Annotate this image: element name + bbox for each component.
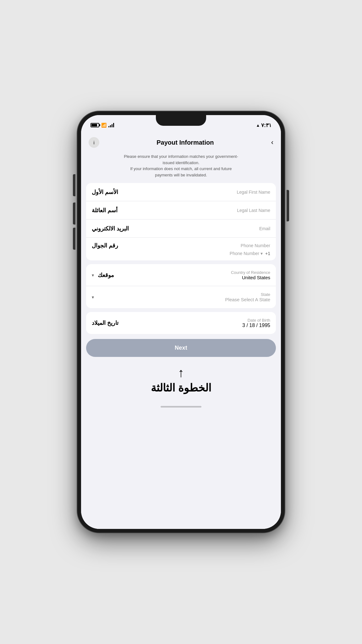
state-chevron: ▾ xyxy=(92,295,94,300)
status-time: ٧:٣١ xyxy=(261,122,272,129)
signal-bars xyxy=(108,123,114,127)
dob-right: Date of Birth 3 / 18 / 1995 xyxy=(242,318,270,328)
phone-row[interactable]: رقم الجوال Phone Number Phone Number ▾ +… xyxy=(86,238,276,260)
email-label-en: Email xyxy=(259,226,270,231)
back-button[interactable]: ‹ xyxy=(271,138,273,147)
dob-card: تاريخ الميلاد Date of Birth 3 / 18 / 199… xyxy=(86,312,276,334)
battery-icon xyxy=(90,123,99,127)
country-chevron: ▾ xyxy=(92,273,94,278)
home-indicator xyxy=(81,400,281,413)
wifi-icon: 📶 xyxy=(101,123,107,128)
notch xyxy=(156,115,206,126)
country-row[interactable]: ▾ موقعك Country of Residence United Stat… xyxy=(86,264,276,286)
state-right: State Please Select A State xyxy=(98,292,270,302)
dob-label-en: Date of Birth xyxy=(248,318,270,323)
status-left: 📶 xyxy=(90,123,114,128)
status-right: ▲ ٧:٣١ xyxy=(256,122,272,129)
nav-bar: i Payout Information ‹ xyxy=(81,132,281,151)
email-label-ar: البريد الالكتروني xyxy=(92,225,129,232)
email-row[interactable]: البريد الالكتروني Email xyxy=(86,219,276,238)
app-content: i Payout Information ‹ Please ensure tha… xyxy=(81,132,281,529)
chevron-down-icon-state: ▾ xyxy=(92,295,94,300)
first-name-label-ar: الأسم الأول xyxy=(92,189,118,196)
phone-screen: 📶 ▲ ٧:٣١ i Payout Information ‹ Please e… xyxy=(81,115,281,529)
last-name-row[interactable]: أسم العائلة Legal Last Name xyxy=(86,201,276,219)
country-value: United States xyxy=(242,275,270,280)
state-row[interactable]: ▾ State Please Select A State xyxy=(86,286,276,308)
dob-row[interactable]: تاريخ الميلاد Date of Birth 3 / 18 / 199… xyxy=(86,312,276,334)
location-card: ▾ موقعك Country of Residence United Stat… xyxy=(86,264,276,308)
home-bar xyxy=(161,406,201,408)
arrow-up-icon: ↑ xyxy=(178,366,184,379)
location-icon: ▲ xyxy=(256,123,260,128)
chevron-down-icon: ▾ xyxy=(92,273,94,278)
phone-top: رقم الجوال Phone Number xyxy=(92,242,270,249)
country-label-ar: موقعك xyxy=(98,272,114,279)
info-line4: payments will be invalidated. xyxy=(89,172,273,178)
state-placeholder: Please Select A State xyxy=(225,297,270,302)
dob-label-ar: تاريخ الميلاد xyxy=(92,319,118,326)
phone-dropdown-icon: ▾ xyxy=(261,251,263,256)
personal-info-card: الأسم الأول Legal First Name أسم العائلة… xyxy=(86,183,276,260)
last-name-label-ar: أسم العائلة xyxy=(92,207,118,214)
phone-label-en-top: Phone Number xyxy=(241,243,270,248)
info-line3: If your information does not match, all … xyxy=(89,166,273,172)
country-label-en: Country of Residence xyxy=(231,270,270,275)
phone-placeholder: Phone Number xyxy=(230,251,259,256)
phone-code: +1 xyxy=(265,251,270,256)
step-text-ar: الخطوة الثالثة xyxy=(151,381,211,394)
last-name-label-en: Legal Last Name xyxy=(237,208,270,213)
page-title: Payout Information xyxy=(156,139,214,146)
phone-device: 📶 ▲ ٧:٣١ i Payout Information ‹ Please e… xyxy=(77,111,285,533)
info-text: Please ensure that your information matc… xyxy=(81,151,281,183)
first-name-label-en: Legal First Name xyxy=(237,190,270,195)
phone-bottom: Phone Number ▾ +1 xyxy=(92,251,270,256)
phone-label-ar: رقم الجوال xyxy=(92,242,118,249)
first-name-row[interactable]: الأسم الأول Legal First Name xyxy=(86,183,276,201)
phone-selector[interactable]: Phone Number ▾ xyxy=(230,251,263,256)
info-line2: issued identification. xyxy=(89,160,273,166)
next-button[interactable]: Next xyxy=(86,339,276,357)
info-button[interactable]: i xyxy=(89,137,99,148)
country-right: Country of Residence United States xyxy=(114,270,270,280)
dob-value: 3 / 18 / 1995 xyxy=(242,323,270,328)
info-line1: Please ensure that your information matc… xyxy=(89,153,273,160)
state-label-en: State xyxy=(261,292,270,297)
step-annotation: ↑ الخطوة الثالثة xyxy=(81,363,281,400)
